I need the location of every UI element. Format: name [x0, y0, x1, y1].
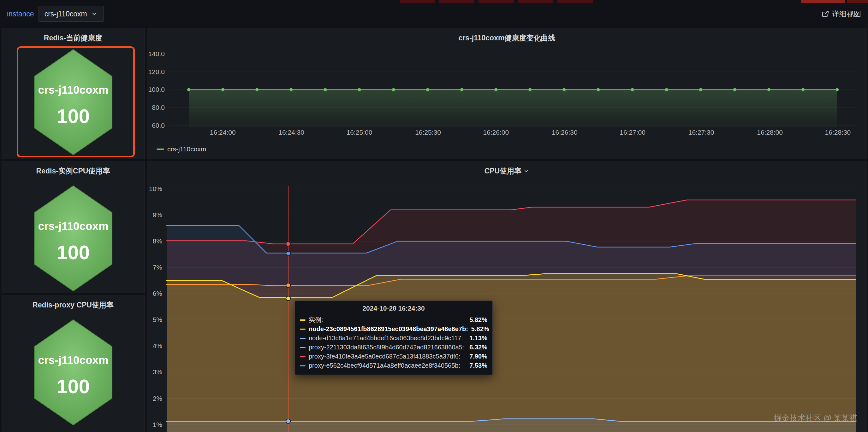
tooltip-series-value: 1.13% [469, 334, 487, 343]
hexagon-value: 100 [57, 105, 90, 127]
svg-text:16:26:30: 16:26:30 [552, 129, 578, 136]
top-bar: instance crs-j110coxm 详细视图 [0, 0, 868, 28]
svg-text:140.0: 140.0 [148, 50, 165, 57]
hexagon-stat[interactable]: crs-j110coxm 100 [33, 319, 113, 426]
tooltip-timestamp: 2024-10-28 16:24:30 [300, 305, 487, 312]
legend-item[interactable]: crs-j110coxm [157, 145, 206, 153]
cutoff-panel [847, 0, 868, 3]
panel-redis-current-health: Redis-当前健康度 crs-j110coxm 100 [2, 28, 145, 159]
tooltip-series-value: 6.32% [469, 343, 487, 352]
hexagon-label: crs-j110coxm [38, 84, 108, 96]
hexagon-stat[interactable]: crs-j110coxm 100 [33, 185, 113, 292]
svg-text:80.0: 80.0 [152, 104, 165, 111]
cutoff-row-strip [0, 0, 868, 3]
watermark: 掘金技术社区 @ 某某祺 [774, 413, 857, 423]
panel-redis-instance-cpu: Redis-实例CPU使用率 crs-j110coxm 100 [2, 161, 145, 293]
instance-variable-dropdown[interactable]: crs-j110coxm [38, 6, 104, 22]
external-link-icon [821, 10, 829, 18]
hexagon-label: crs-j110coxm [38, 354, 108, 366]
svg-text:16:24:30: 16:24:30 [278, 129, 304, 136]
tooltip-series-label: 实例: [309, 315, 323, 325]
tooltip-series-label: node-d13c8a1e71ad4bbdef16ca063bec8d23bdc… [309, 334, 463, 343]
svg-text:16:27:30: 16:27:30 [688, 129, 714, 136]
hexagon-shape[interactable] [34, 320, 112, 425]
chart-tooltip: 2024-10-28 16:24:30 实例:5.82%node-23c0894… [294, 300, 493, 375]
svg-text:3%: 3% [153, 368, 162, 375]
tooltip-series-value: 5.82% [471, 325, 489, 334]
tooltip-rows: 实例:5.82%node-23c0894561fb8628915ec03948b… [300, 315, 487, 370]
tooltip-series-value: 7.53% [469, 361, 487, 370]
legend-color-dash [157, 148, 164, 150]
svg-text:120.0: 120.0 [148, 68, 165, 75]
svg-text:16:26:00: 16:26:00 [483, 129, 509, 136]
svg-text:16:24:00: 16:24:00 [210, 129, 236, 136]
tooltip-series-label: proxy-e562c4becf94d571a4a8eff0acaee2e8f3… [309, 361, 460, 370]
detail-view-link[interactable]: 详细视图 [821, 9, 861, 19]
chevron-down-icon [91, 10, 98, 18]
cutoff-panel [478, 0, 514, 3]
cutoff-panel [557, 0, 593, 3]
svg-text:16:27:00: 16:27:00 [620, 129, 646, 136]
health-line-chart: 140.0120.0100.080.060.016:24:0016:24:301… [147, 28, 867, 159]
svg-text:16:28:00: 16:28:00 [757, 129, 783, 136]
hexagon-shape[interactable] [34, 186, 112, 291]
svg-text:10%: 10% [149, 185, 162, 192]
instance-variable-value: crs-j110coxm [44, 10, 87, 18]
hexagon-value: 100 [57, 241, 90, 263]
panel-cpu-usage: CPU使用率 10%9%8%7%6%5%4%3%2%1% [147, 161, 867, 432]
series-color-dash [300, 356, 306, 357]
svg-text:2%: 2% [153, 395, 162, 402]
cpu-line-chart: 10%9%8%7%6%5%4%3%2%1% [147, 161, 867, 432]
panel-title[interactable]: Redis-proxy CPU使用率 [2, 300, 144, 310]
svg-text:4%: 4% [153, 342, 162, 350]
variable-label: instance [7, 10, 34, 18]
svg-text:8%: 8% [153, 237, 162, 245]
tooltip-series-value: 7.90% [469, 352, 487, 361]
series-color-dash [300, 329, 306, 330]
series-color-dash [300, 338, 306, 339]
grafana-dashboard: instance crs-j110coxm 详细视图 Redis-当前健康度 [0, 0, 868, 432]
svg-text:16:25:30: 16:25:30 [415, 129, 441, 136]
panel-redis-proxy-cpu: Redis-proxy CPU使用率 crs-j110coxm 100 [2, 295, 145, 432]
svg-text:9%: 9% [153, 211, 162, 219]
series-color-dash [300, 320, 306, 321]
tooltip-row: 实例:5.82% [300, 315, 487, 325]
tooltip-series-label: node-23c0894561fb8628915ec03948bea397a48… [309, 325, 468, 334]
tooltip-row: node-23c0894561fb8628915ec03948bea397a48… [300, 325, 487, 334]
svg-text:16:28:30: 16:28:30 [825, 129, 851, 136]
cutoff-panel [439, 0, 474, 3]
svg-text:1%: 1% [153, 421, 162, 428]
cutoff-panel [400, 0, 435, 3]
hexagon-value: 100 [57, 375, 90, 397]
svg-text:60.0: 60.0 [152, 122, 165, 129]
tooltip-row: proxy-3fe410fe3a4e5a0ecd687c5a13f41883c5… [300, 352, 487, 361]
panel-title[interactable]: Redis-实例CPU使用率 [2, 166, 144, 176]
panel-health-curve: crs-j110coxm健康度变化曲线 140.0120.0100.080.06… [147, 28, 867, 159]
tooltip-row: proxy-2211303da8f635c8f9b4d60d742ad82166… [300, 343, 487, 352]
panel-title[interactable]: Redis-当前健康度 [2, 33, 144, 43]
series-color-dash [300, 347, 306, 348]
tooltip-series-label: proxy-3fe410fe3a4e5a0ecd687c5a13f41883c5… [309, 352, 460, 361]
svg-text:100.0: 100.0 [148, 86, 165, 93]
hexagon-label: crs-j110coxm [38, 220, 108, 232]
tooltip-row: node-d13c8a1e71ad4bbdef16ca063bec8d23bdc… [300, 334, 487, 343]
hexagon-shape[interactable] [34, 49, 112, 155]
detail-view-label: 详细视图 [832, 9, 861, 19]
cutoff-panel [518, 0, 553, 3]
svg-text:16:25:00: 16:25:00 [347, 129, 372, 136]
tooltip-series-label: proxy-2211303da8f635c8f9b4d60d742ad82166… [309, 343, 464, 352]
cutoff-panel [801, 0, 845, 3]
svg-text:5%: 5% [153, 316, 162, 323]
svg-text:7%: 7% [153, 264, 162, 271]
svg-text:6%: 6% [153, 290, 162, 297]
series-color-dash [300, 365, 306, 366]
tooltip-series-value: 5.82% [469, 315, 487, 325]
tooltip-row: proxy-e562c4becf94d571a4a8eff0acaee2e8f3… [300, 361, 487, 370]
legend-label: crs-j110coxm [167, 145, 206, 153]
hexagon-stat[interactable]: crs-j110coxm 100 [33, 48, 113, 156]
